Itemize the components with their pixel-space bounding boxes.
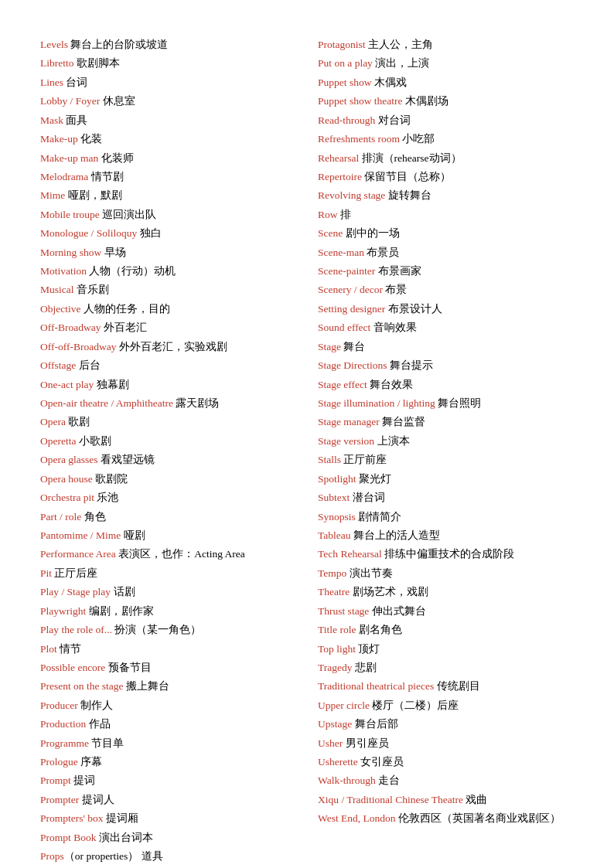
term: Mask xyxy=(40,114,63,126)
term: Possible encore xyxy=(40,662,105,673)
definition: 顶灯 xyxy=(356,643,380,655)
list-item: Offstage 后台 xyxy=(40,358,296,374)
left-column: Levels 舞台上的台阶或坡道Libretto 歌剧脚本Lines 台词Lob… xyxy=(40,37,310,868)
term: One-act play xyxy=(40,379,94,390)
definition: 人物的任务，目的 xyxy=(80,303,169,315)
definition: 对台词 xyxy=(375,114,410,126)
definition: 情节剧 xyxy=(88,171,123,182)
definition: 节目单 xyxy=(89,737,124,749)
definition: 演出台词本 xyxy=(96,832,152,843)
term: Mime xyxy=(40,189,65,201)
definition: 预备节目 xyxy=(105,662,151,673)
list-item: Play / Stage play 话剧 xyxy=(40,584,296,601)
list-item: Lobby / Foyer 休息室 xyxy=(40,94,296,110)
list-item: Mask 面具 xyxy=(40,113,296,129)
term: Playwright xyxy=(40,605,86,617)
definition: 木偶戏 xyxy=(371,77,406,88)
list-item: Revolving stage 旋转舞台 xyxy=(318,188,574,204)
definition: 扮演（某一角色） xyxy=(112,624,201,635)
list-item: Production 作品 xyxy=(40,717,296,733)
term: Protagonist xyxy=(318,39,366,50)
list-item: Possible encore 预备节目 xyxy=(40,660,296,676)
list-item: Opera 歌剧 xyxy=(40,414,296,431)
definition: 剧情简介 xyxy=(356,511,401,523)
term: Prompt Book xyxy=(40,832,96,843)
term: West End, London xyxy=(318,812,396,824)
definition: 悲剧 xyxy=(353,662,377,673)
definition: 哑剧 xyxy=(121,529,145,541)
definition: 排演（rehearse动词） xyxy=(359,152,461,164)
list-item: Tragedy 悲剧 xyxy=(318,660,574,676)
term: Scene-painter xyxy=(318,265,375,277)
term: Read-through xyxy=(318,114,375,126)
list-item: Refreshments room 小吃部 xyxy=(318,131,574,148)
term: Morning show xyxy=(40,247,101,258)
definition: 看戏望远镜 xyxy=(98,454,155,465)
term: Play / Stage play xyxy=(40,586,111,597)
term: Xiqu / Traditional Chinese Theatre xyxy=(318,794,463,805)
term: Thrust stage xyxy=(318,605,369,617)
list-item: Stage illumination / lighting 舞台照明 xyxy=(318,396,574,412)
definition: 歌剧 xyxy=(66,416,90,427)
list-item: Pit 正厅后座 xyxy=(40,566,296,582)
term: Lines xyxy=(40,77,63,88)
definition: 小歌剧 xyxy=(76,435,111,447)
list-item: Read-through 对台词 xyxy=(318,113,574,129)
definition: 话剧 xyxy=(111,586,135,597)
list-item: Monologue / Soliloquy 独白 xyxy=(40,226,296,242)
term: Prompt xyxy=(40,774,71,786)
list-item: Musical 音乐剧 xyxy=(40,282,296,298)
definition: 哑剧，默剧 xyxy=(65,189,121,201)
term: Make-up xyxy=(40,133,78,145)
term: Rehearsal xyxy=(318,152,359,164)
list-item: Stalls 正厅前座 xyxy=(318,452,574,468)
list-item: Off-Broadway 外百老汇 xyxy=(40,320,296,336)
term: Sound effect xyxy=(318,322,370,333)
list-item: Tableau 舞台上的活人造型 xyxy=(318,528,574,544)
term: Tempo xyxy=(318,567,346,579)
definition: 主人公，主角 xyxy=(366,39,433,50)
definition: 舞台照明 xyxy=(435,397,481,409)
term: Pantomime / Mime xyxy=(40,529,121,541)
definition: 作品 xyxy=(86,718,110,730)
term: Scene-man xyxy=(318,247,364,258)
list-item: Prompters' box 提词厢 xyxy=(40,811,296,827)
term: Objective xyxy=(40,303,80,315)
definition: 台词 xyxy=(63,77,87,88)
list-item: Theatre 剧场艺术，戏剧 xyxy=(318,584,574,601)
definition: 序幕 xyxy=(78,756,102,768)
list-item: Title role 剧名角色 xyxy=(318,622,574,638)
term: Off-Broadway xyxy=(40,322,101,333)
term: Levels xyxy=(40,39,68,50)
term: Production xyxy=(40,718,86,730)
definition: 歌剧脚本 xyxy=(74,57,120,69)
list-item: Pantomime / Mime 哑剧 xyxy=(40,528,296,544)
term: Synopsis xyxy=(318,511,356,523)
list-item: Spotlight 聚光灯 xyxy=(318,471,574,488)
definition: 休息室 xyxy=(100,95,135,107)
definition: 小吃部 xyxy=(400,133,435,145)
list-item: Levels 舞台上的台阶或坡道 xyxy=(40,37,296,53)
definition: 舞台 xyxy=(341,341,365,352)
definition: 歌剧院 xyxy=(93,473,128,485)
list-item: Tempo 演出节奏 xyxy=(318,566,574,582)
list-item: Prologue 序幕 xyxy=(40,754,296,771)
term: Pit xyxy=(40,567,52,579)
term: Stalls xyxy=(318,454,341,465)
list-item: Usherette 女引座员 xyxy=(318,754,574,771)
list-item: Lines 台词 xyxy=(40,75,296,91)
list-item: Programme 节目单 xyxy=(40,736,296,752)
definition: 编剧，剧作家 xyxy=(86,605,153,617)
term: Melodrama xyxy=(40,171,88,182)
list-item: Prompt 提词 xyxy=(40,773,296,789)
definition: 布景 xyxy=(383,284,407,295)
list-item: Orchestra pit 乐池 xyxy=(40,490,296,506)
list-item: Stage Directions 舞台提示 xyxy=(318,358,574,374)
list-item: Opera glasses 看戏望远镜 xyxy=(40,452,296,468)
term: Producer xyxy=(40,700,78,711)
definition: 面具 xyxy=(63,114,87,126)
definition: 后台 xyxy=(76,359,100,371)
definition: 化装师 xyxy=(98,152,133,164)
definition: 早场 xyxy=(101,247,125,258)
list-item: Xiqu / Traditional Chinese Theatre 戏曲 xyxy=(318,792,574,808)
